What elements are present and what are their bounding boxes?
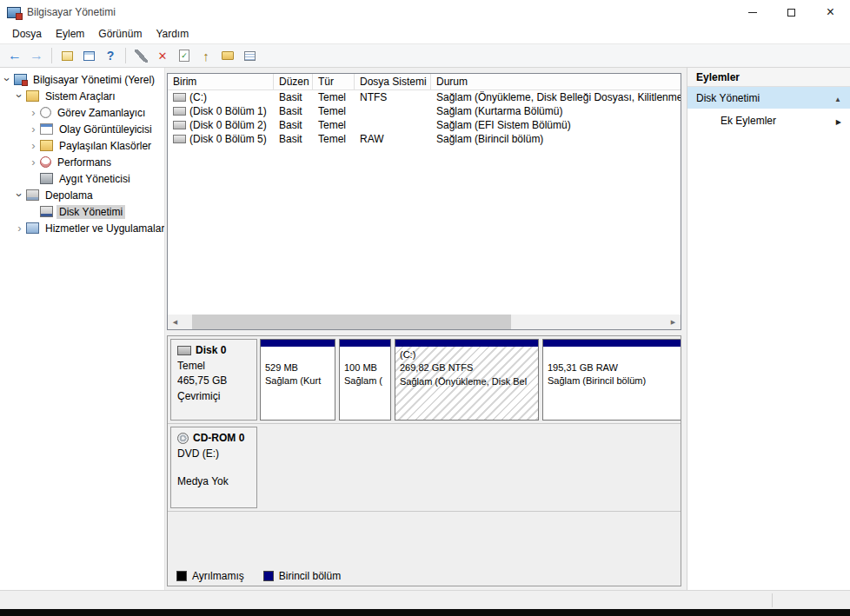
disk-0-label[interactable]: Disk 0 Temel 465,75 GB Çevrimiçi — [170, 339, 257, 421]
legend-primary-partition: Birincil bölüm — [263, 570, 341, 582]
action-more-actions[interactable]: Ek Eylemler — [687, 109, 850, 132]
graphical-disk-view: Disk 0 Temel 465,75 GB Çevrimiçi 529 MB … — [167, 335, 681, 586]
details-view-icon[interactable] — [240, 46, 259, 65]
partition-block[interactable]: 529 MB Sağlam (Kurt — [260, 339, 335, 421]
volume-list-empty-area — [168, 146, 681, 315]
column-header-duzen[interactable]: Düzen — [274, 74, 313, 89]
scroll-right-icon[interactable] — [666, 315, 681, 329]
volume-icon — [173, 121, 186, 129]
disk-drive-icon — [177, 346, 191, 355]
partition-size: 195,31 GB RAW — [548, 361, 681, 374]
table-row[interactable]: (Disk 0 Bölüm 2) Basit Temel Sağlam (EFI… — [168, 118, 681, 132]
disk-0-row: Disk 0 Temel 465,75 GB Çevrimiçi 529 MB … — [168, 336, 681, 424]
volume-list: Birim Düzen Tür Dosya Sistemi Durum (C:)… — [167, 73, 681, 330]
chevron-down-icon[interactable] — [13, 90, 26, 102]
tree-item-system-tools[interactable]: Sistem Araçları — [0, 88, 164, 104]
scrollbar-track[interactable] — [183, 315, 666, 329]
shared-folders-icon — [40, 140, 53, 151]
chevron-right-icon[interactable] — [28, 139, 39, 152]
tree-item-event-viewer[interactable]: Olay Görüntüleyicisi — [0, 121, 164, 137]
up-arrow-icon[interactable] — [196, 46, 216, 65]
partition-title — [344, 348, 386, 361]
table-row[interactable]: (Disk 0 Bölüm 5) Basit Temel RAW Sağlam … — [168, 132, 681, 146]
properties-table-icon[interactable] — [79, 46, 98, 65]
minimize-icon — [748, 12, 757, 13]
disk-status: Çevrimiçi — [177, 390, 250, 404]
legend: Ayrılmamış Birincil bölüm — [168, 566, 681, 586]
cdrom-0-row: CD-ROM 0 DVD (E:) Medya Yok — [168, 424, 681, 512]
partition-block[interactable]: 195,31 GB RAW Sağlam (Birincil bölüm) — [542, 339, 681, 421]
tree-item-shared-folders[interactable]: Paylaşılan Klasörler — [0, 137, 164, 154]
tree-item-task-scheduler[interactable]: Görev Zamanlayıcı — [0, 104, 164, 121]
horizontal-scrollbar[interactable] — [168, 315, 681, 329]
disk-management-icon — [40, 206, 53, 217]
back-icon[interactable] — [5, 46, 24, 65]
maximize-icon — [787, 9, 795, 17]
menu-eylem[interactable]: Eylem — [49, 25, 91, 43]
chevron-right-icon[interactable] — [14, 222, 25, 235]
partition-color-bar — [261, 340, 335, 347]
partition-status: Sağlam (Önyükleme, Disk Bel — [400, 375, 534, 388]
check-document-icon[interactable] — [175, 46, 194, 65]
scrollbar-thumb[interactable] — [192, 315, 511, 329]
disk-type: Temel — [177, 360, 250, 374]
tree-item-disk-management[interactable]: Disk Yönetimi — [0, 203, 164, 220]
console-tree-panel: Bilgisayar Yönetimi (Yerel) Sistem Araçl… — [0, 68, 165, 590]
cdrom-0-label[interactable]: CD-ROM 0 DVD (E:) Medya Yok — [170, 427, 257, 508]
tree-item-device-manager[interactable]: Aygıt Yöneticisi — [0, 170, 164, 187]
actions-panel: Eylemler Disk Yönetimi Ek Eylemler — [687, 68, 850, 590]
partition-title — [548, 348, 681, 361]
partition-status: Sağlam (Kurt — [265, 374, 330, 387]
cd-rom-icon — [177, 433, 189, 444]
wrench-icon[interactable] — [131, 46, 150, 65]
cdrom-status: Medya Yok — [177, 475, 250, 489]
computer-management-icon — [14, 74, 27, 85]
column-header-birim[interactable]: Birim — [168, 74, 274, 89]
tree-item-services-applications[interactable]: Hizmetler ve Uygulamalar — [0, 220, 164, 236]
primary-partition-swatch — [263, 571, 274, 581]
menu-bar: Dosya Eylem Görünüm Yardım — [0, 24, 850, 43]
storage-icon — [26, 189, 39, 201]
event-viewer-icon — [40, 123, 53, 135]
close-button[interactable] — [811, 0, 850, 24]
scroll-left-icon[interactable] — [168, 315, 183, 329]
tree-item-performance[interactable]: Performans — [0, 154, 164, 170]
minimize-button[interactable] — [733, 0, 772, 24]
partition-color-bar — [543, 340, 681, 347]
chevron-right-icon[interactable] — [28, 156, 39, 169]
partition-size: 529 MB — [265, 361, 330, 374]
chevron-down-icon[interactable] — [13, 189, 26, 201]
action-disk-management[interactable]: Disk Yönetimi — [687, 87, 850, 109]
console-window-icon[interactable] — [57, 46, 76, 65]
volume-list-header: Birim Düzen Tür Dosya Sistemi Durum — [168, 74, 681, 90]
toolbar-separator — [51, 48, 52, 63]
folder-icon[interactable] — [218, 46, 237, 65]
chevron-right-icon[interactable] — [28, 106, 39, 119]
delete-icon[interactable] — [153, 46, 172, 65]
title-bar: Bilgisayar Yönetimi — [0, 0, 850, 24]
partition-block-c[interactable]: (C:) 269,82 GB NTFS Sağlam (Önyükleme, D… — [395, 339, 539, 421]
tree-item-storage[interactable]: Depolama — [0, 187, 164, 203]
partition-color-bar — [340, 340, 390, 347]
cdrom-blank-line — [177, 462, 250, 474]
menu-gorunum[interactable]: Görünüm — [91, 25, 149, 43]
maximize-button[interactable] — [772, 0, 811, 24]
column-header-dosya-sistemi[interactable]: Dosya Sistemi — [355, 74, 431, 89]
column-header-durum[interactable]: Durum — [431, 74, 681, 89]
help-icon[interactable] — [101, 46, 120, 65]
table-row[interactable]: (Disk 0 Bölüm 1) Basit Temel Sağlam (Kur… — [168, 104, 681, 118]
menu-dosya[interactable]: Dosya — [5, 25, 49, 43]
forward-icon[interactable] — [27, 46, 46, 65]
tree-item-computer-management[interactable]: Bilgisayar Yönetimi (Yerel) — [0, 71, 164, 88]
column-header-tur[interactable]: Tür — [313, 74, 355, 89]
chevron-right-icon[interactable] — [28, 123, 39, 136]
collapse-section-icon[interactable] — [834, 92, 841, 104]
partition-title: (C:) — [400, 348, 534, 361]
volume-icon — [173, 135, 186, 143]
chevron-down-icon[interactable] — [1, 74, 14, 85]
partition-status: Sağlam ( — [344, 374, 386, 387]
volume-icon — [173, 93, 186, 102]
table-row[interactable]: (C:) Basit Temel NTFS Sağlam (Önyükleme,… — [168, 90, 681, 104]
menu-yardim[interactable]: Yardım — [149, 25, 196, 43]
partition-block[interactable]: 100 MB Sağlam ( — [339, 339, 391, 421]
